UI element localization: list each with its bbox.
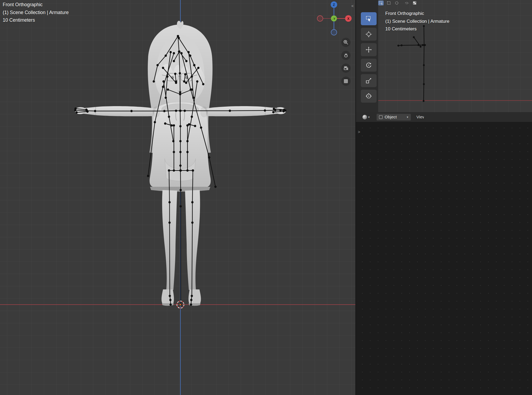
box-select-tool-button[interactable] xyxy=(361,12,377,25)
grid-scale-text: 10 Centimeters xyxy=(385,25,449,33)
shader-editor-canvas[interactable]: > xyxy=(356,122,532,395)
select-lasso-icon[interactable] xyxy=(404,1,409,5)
scale-tool-icon xyxy=(365,77,372,84)
select-box-icon[interactable] xyxy=(386,1,392,5)
shader-type-label: Object xyxy=(385,115,405,119)
pan-button[interactable] xyxy=(341,51,351,60)
transform-tool-icon xyxy=(365,93,372,100)
object-icon xyxy=(379,115,383,119)
gizmo-z-ball[interactable]: Z xyxy=(331,1,337,8)
camera-icon xyxy=(343,65,349,71)
gizmo-neg-z-ball[interactable] xyxy=(331,30,337,35)
view-name-text: Front Orthographic xyxy=(385,10,449,18)
cursor-tool-icon xyxy=(365,31,372,38)
move-tool-icon xyxy=(365,46,372,53)
gizmo-neg-x-ball[interactable] xyxy=(317,16,323,21)
select-circle-icon[interactable] xyxy=(394,1,399,5)
sidebar-expand-arrow[interactable]: > xyxy=(358,130,360,134)
view-menu[interactable]: View xyxy=(417,115,424,119)
shader-editor-header: ▾ Object ▾ View xyxy=(356,112,532,122)
shader-editor-icon xyxy=(362,115,367,119)
grid-icon xyxy=(343,78,349,84)
grid-ortho-button[interactable] xyxy=(341,77,351,86)
camera-view-button[interactable] xyxy=(341,64,351,73)
viewport-info-overlay: Front Orthographic (1) Scene Collection … xyxy=(3,1,69,24)
hand-icon xyxy=(343,53,349,58)
shader-type-dropdown[interactable]: Object ▾ xyxy=(376,113,411,121)
grid-scale-text: 10 Centimeters xyxy=(3,16,69,24)
main-3d-viewport[interactable]: Front Orthographic (1) Scene Collection … xyxy=(0,0,355,395)
secondary-3d-viewport[interactable]: Front Orthographic (1) Scene Collection … xyxy=(356,0,532,112)
svg-text:Z: Z xyxy=(333,3,335,7)
view-name-text: Front Orthographic xyxy=(3,1,69,9)
scale-tool-button[interactable] xyxy=(361,74,377,87)
select-tweak-icon[interactable] xyxy=(378,1,384,5)
navigation-gizmo[interactable]: Z X -Y xyxy=(315,0,353,37)
viewport-scene xyxy=(0,0,355,395)
sidebar-collapse-arrow[interactable]: < xyxy=(351,4,354,8)
zoom-icon xyxy=(343,40,349,45)
active-object-text: (1) Scene Collection | Armature xyxy=(385,18,449,26)
chevron-down-icon: ▾ xyxy=(368,115,370,119)
rotate-tool-button[interactable] xyxy=(361,59,377,72)
svg-text:X: X xyxy=(347,17,349,21)
chevron-down-icon: ▾ xyxy=(407,115,408,119)
gizmo-x-ball[interactable]: X xyxy=(345,15,352,22)
zoom-button[interactable] xyxy=(341,38,351,47)
svg-text:-Y: -Y xyxy=(333,17,336,20)
editor-type-dropdown[interactable]: ▾ xyxy=(362,115,370,119)
move-tool-button[interactable] xyxy=(361,43,377,56)
viewport-info-overlay-secondary: Front Orthographic (1) Scene Collection … xyxy=(385,10,449,33)
active-object-text: (1) Scene Collection | Armature xyxy=(3,9,69,17)
toolbar xyxy=(356,0,378,112)
gizmo-neg-y-ball[interactable]: -Y xyxy=(331,15,337,21)
snap-icon[interactable] xyxy=(412,1,417,5)
box-select-icon xyxy=(365,15,372,22)
rotate-tool-icon xyxy=(365,62,372,69)
transform-tool-button[interactable] xyxy=(361,90,377,103)
armature-overlay-secondary xyxy=(398,25,426,102)
cursor-tool-button[interactable] xyxy=(361,28,377,41)
